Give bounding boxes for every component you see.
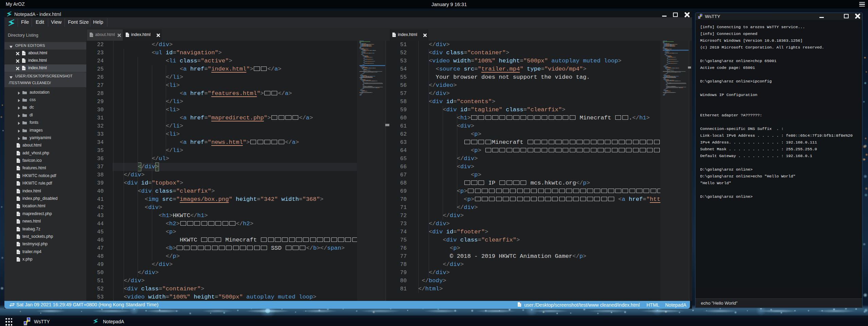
- svg-text:<>: <>: [17, 244, 20, 246]
- svg-text:<>: <>: [17, 251, 20, 253]
- svg-text:<>: <>: [17, 198, 20, 200]
- svg-text:<>: <>: [17, 221, 20, 223]
- svg-text:<>: <>: [17, 206, 20, 208]
- svg-text:<>: <>: [17, 236, 20, 238]
- svg-text:<>: <>: [17, 153, 20, 155]
- svg-text:<>: <>: [17, 175, 20, 177]
- svg-text:<>: <>: [17, 191, 20, 193]
- svg-text:<>: <>: [90, 34, 93, 36]
- svg-text:<>: <>: [17, 229, 20, 231]
- svg-text:<>: <>: [23, 68, 25, 70]
- svg-text:<>: <>: [23, 53, 25, 55]
- svg-text:<>: <>: [17, 213, 20, 215]
- svg-text:<>: <>: [393, 34, 396, 36]
- svg-text:<>: <>: [518, 304, 521, 306]
- svg-text:<>: <>: [126, 34, 129, 36]
- svg-text:<>: <>: [17, 183, 20, 185]
- svg-text:<>: <>: [17, 168, 20, 170]
- svg-text:<>: <>: [17, 259, 20, 261]
- svg-text:<>: <>: [17, 145, 20, 147]
- svg-text:<>: <>: [17, 160, 20, 162]
- svg-text:<>: <>: [23, 60, 25, 62]
